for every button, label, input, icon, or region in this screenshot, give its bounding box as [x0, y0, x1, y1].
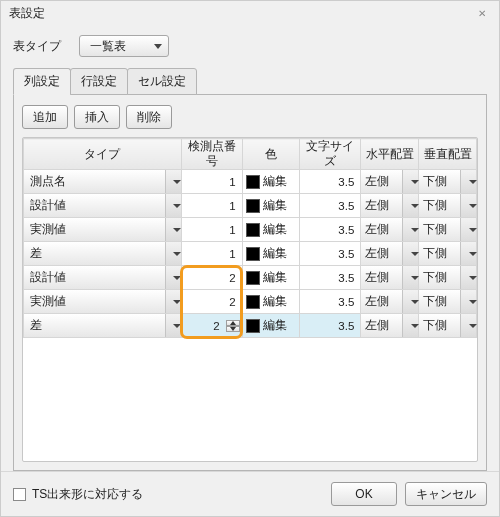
fontsize-value[interactable]: 3.5	[300, 242, 361, 266]
color-cell[interactable]: 編集	[243, 194, 300, 217]
halign-value: 左側	[365, 222, 389, 237]
no-value[interactable]: 1	[181, 242, 242, 266]
color-cell[interactable]: 編集	[243, 170, 300, 193]
ts-checkbox[interactable]	[13, 488, 26, 501]
valign-combo[interactable]: 下側	[419, 194, 476, 217]
valign-combo[interactable]: 下側	[419, 314, 476, 337]
header-fontsize[interactable]: 文字サイズ	[300, 139, 361, 170]
type-combo[interactable]: 実測値	[24, 290, 181, 313]
tab-cells[interactable]: セル設定	[127, 68, 197, 95]
table-row[interactable]: 実測値2編集3.5左側下側	[24, 290, 477, 314]
table-type-combo[interactable]: 一覧表	[79, 35, 169, 57]
color-cell[interactable]: 編集	[243, 290, 300, 313]
valign-combo[interactable]: 下側	[419, 170, 476, 193]
halign-combo[interactable]: 左側	[361, 314, 418, 337]
header-no[interactable]: 検測点番号	[181, 139, 242, 170]
insert-button[interactable]: 挿入	[74, 105, 120, 129]
no-value[interactable]: 2	[181, 266, 242, 290]
valign-value: 下側	[423, 222, 447, 237]
color-swatch	[246, 271, 260, 285]
type-combo[interactable]: 設計値	[24, 266, 181, 289]
add-button[interactable]: 追加	[22, 105, 68, 129]
ok-button[interactable]: OK	[331, 482, 397, 506]
valign-value: 下側	[423, 198, 447, 213]
no-value[interactable]: 1	[181, 170, 242, 194]
chevron-down-icon	[460, 314, 476, 337]
cancel-button[interactable]: キャンセル	[405, 482, 487, 506]
color-swatch	[246, 175, 260, 189]
color-swatch	[246, 295, 260, 309]
color-cell[interactable]: 編集	[243, 314, 300, 337]
table-row[interactable]: 設計値2編集3.5左側下側	[24, 266, 477, 290]
header-halign[interactable]: 水平配置	[361, 139, 419, 170]
no-spinner[interactable]: 2	[182, 314, 242, 337]
close-icon[interactable]: ✕	[473, 6, 491, 20]
header-valign[interactable]: 垂直配置	[419, 139, 477, 170]
spin-down-icon[interactable]	[226, 326, 240, 332]
halign-combo[interactable]: 左側	[361, 290, 418, 313]
type-combo[interactable]: 設計値	[24, 194, 181, 217]
tabs: 列設定 行設定 セル設定	[13, 67, 487, 95]
halign-combo[interactable]: 左側	[361, 266, 418, 289]
delete-button[interactable]: 削除	[126, 105, 172, 129]
no-value: 2	[213, 320, 219, 332]
no-value[interactable]: 2	[181, 290, 242, 314]
valign-combo[interactable]: 下側	[419, 266, 476, 289]
type-value: 測点名	[30, 174, 66, 189]
table-row[interactable]: 設計値1編集3.5左側下側	[24, 194, 477, 218]
chevron-down-icon	[460, 242, 476, 265]
valign-combo[interactable]: 下側	[419, 218, 476, 241]
type-combo[interactable]: 差	[24, 314, 181, 337]
chevron-down-icon	[165, 218, 181, 241]
color-cell[interactable]: 編集	[243, 218, 300, 241]
halign-combo[interactable]: 左側	[361, 194, 418, 217]
valign-combo[interactable]: 下側	[419, 242, 476, 265]
table-row[interactable]: 差1編集3.5左側下側	[24, 242, 477, 266]
type-combo[interactable]: 実測値	[24, 218, 181, 241]
fontsize-value[interactable]: 3.5	[300, 194, 361, 218]
halign-combo[interactable]: 左側	[361, 218, 418, 241]
valign-value: 下側	[423, 270, 447, 285]
no-value[interactable]: 1	[181, 218, 242, 242]
halign-value: 左側	[365, 174, 389, 189]
type-value: 差	[30, 246, 42, 261]
table-row[interactable]: 差2編集3.5左側下側	[24, 314, 477, 338]
type-value: 実測値	[30, 222, 66, 237]
color-cell[interactable]: 編集	[243, 242, 300, 265]
color-edit-label: 編集	[263, 174, 287, 189]
fontsize-value[interactable]: 3.5	[300, 314, 361, 338]
fontsize-value[interactable]: 3.5	[300, 266, 361, 290]
color-swatch	[246, 247, 260, 261]
valign-value: 下側	[423, 174, 447, 189]
fontsize-value[interactable]: 3.5	[300, 170, 361, 194]
halign-value: 左側	[365, 198, 389, 213]
chevron-down-icon	[402, 170, 418, 193]
header-color[interactable]: 色	[242, 139, 300, 170]
header-type[interactable]: タイプ	[24, 139, 182, 170]
chevron-down-icon	[165, 194, 181, 217]
color-edit-label: 編集	[263, 270, 287, 285]
tab-columns[interactable]: 列設定	[13, 68, 71, 95]
table-row[interactable]: 実測値1編集3.5左側下側	[24, 218, 477, 242]
no-value[interactable]: 1	[181, 194, 242, 218]
fontsize-value[interactable]: 3.5	[300, 218, 361, 242]
table-row[interactable]: 測点名1編集3.5左側下側	[24, 170, 477, 194]
titlebar: 表設定 ✕	[1, 1, 499, 25]
chevron-down-icon	[402, 218, 418, 241]
color-edit-label: 編集	[263, 318, 287, 333]
valign-value: 下側	[423, 294, 447, 309]
fontsize-value[interactable]: 3.5	[300, 290, 361, 314]
ts-checkbox-label: TS出来形に対応する	[32, 486, 143, 503]
valign-combo[interactable]: 下側	[419, 290, 476, 313]
halign-combo[interactable]: 左側	[361, 170, 418, 193]
halign-combo[interactable]: 左側	[361, 242, 418, 265]
halign-value: 左側	[365, 270, 389, 285]
chevron-down-icon	[460, 266, 476, 289]
type-combo[interactable]: 差	[24, 242, 181, 265]
tab-rows[interactable]: 行設定	[70, 68, 128, 95]
chevron-down-icon	[402, 194, 418, 217]
type-combo[interactable]: 測点名	[24, 170, 181, 193]
table-type-label: 表タイプ	[13, 38, 61, 55]
chevron-down-icon	[154, 44, 162, 49]
color-cell[interactable]: 編集	[243, 266, 300, 289]
